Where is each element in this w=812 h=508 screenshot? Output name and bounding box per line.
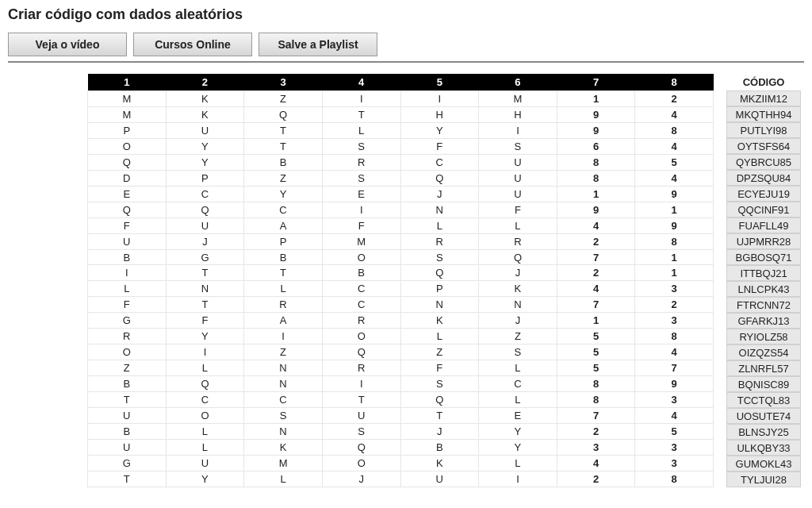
code-cell: TYLJUI28: [726, 471, 801, 487]
cell: O: [88, 344, 167, 360]
cell: F: [400, 360, 479, 376]
cell: Z: [400, 344, 479, 360]
playlist-button[interactable]: Salve a Playlist: [259, 33, 377, 56]
cell: 5: [557, 344, 635, 360]
cell: G: [166, 249, 244, 265]
cell: R: [322, 154, 400, 170]
table-row: QQCINF91: [88, 202, 714, 217]
table-row: OYTSFS64: [88, 138, 714, 154]
cell: T: [244, 138, 323, 154]
table-row: QYBRCU85: [88, 154, 714, 170]
cell: U: [88, 439, 167, 455]
cell: C: [322, 281, 400, 297]
cell: 8: [557, 376, 635, 392]
cell: Q: [88, 154, 167, 170]
cell: F: [400, 138, 479, 154]
cell: H: [400, 106, 479, 122]
table-row: ITTBQJ21: [88, 265, 714, 281]
cell: B: [244, 249, 323, 265]
cell: C: [166, 392, 244, 408]
cell: 4: [557, 455, 635, 471]
code-cell: RYIOLZ58: [726, 329, 801, 344]
cell: U: [166, 122, 244, 138]
cell: 9: [557, 202, 635, 217]
cell: B: [88, 249, 167, 265]
cell: 4: [635, 170, 714, 186]
cell: 8: [635, 122, 714, 138]
column-header-7: 7: [557, 74, 635, 91]
cell: C: [244, 202, 323, 217]
cell: U: [88, 408, 167, 424]
cell: L: [88, 281, 167, 297]
cell: 1: [635, 265, 714, 281]
cell: U: [479, 154, 557, 170]
cell: 1: [557, 313, 635, 329]
cell: A: [244, 313, 323, 329]
cell: Q: [88, 202, 167, 217]
cell: I: [322, 91, 400, 107]
cell: H: [479, 106, 557, 122]
cell: R: [322, 313, 400, 329]
cell: L: [322, 122, 400, 138]
cell: C: [479, 376, 557, 392]
cell: Z: [479, 329, 557, 344]
cell: E: [322, 186, 400, 202]
code-cell: TCCTQL83: [726, 392, 801, 408]
table-row: GUMOKL43: [88, 455, 714, 471]
column-header-1: 1: [88, 74, 167, 91]
cell: 4: [557, 217, 635, 233]
cell: 3: [635, 281, 714, 297]
cell: K: [400, 313, 479, 329]
cursos-button[interactable]: Cursos Online: [133, 33, 252, 56]
cell: 8: [635, 233, 714, 249]
video-button[interactable]: Veja o vídeo: [8, 33, 127, 56]
cell: P: [244, 233, 323, 249]
cell: Y: [166, 138, 244, 154]
table-row: ZLNRFL57: [88, 360, 714, 376]
table-row: OIZQZS54: [88, 344, 714, 360]
cell: Z: [244, 344, 323, 360]
cell: Q: [479, 249, 557, 265]
cell: K: [166, 106, 244, 122]
cell: B: [244, 154, 323, 170]
cell: P: [400, 281, 479, 297]
cell: Q: [244, 106, 323, 122]
cell: 8: [557, 170, 635, 186]
cell: U: [166, 217, 244, 233]
cell: N: [244, 360, 323, 376]
code-header: CÓDIGO: [726, 74, 801, 90]
cell: B: [322, 265, 400, 281]
code-cell: ITTBQJ21: [726, 265, 801, 281]
cell: 8: [557, 154, 635, 170]
cell: E: [88, 186, 167, 202]
page-title: Criar código com dados aleatórios: [8, 6, 804, 23]
cell: S: [322, 170, 400, 186]
cell: 2: [635, 297, 714, 313]
cell: E: [479, 408, 557, 424]
cell: T: [88, 392, 167, 408]
cell: 9: [557, 122, 635, 138]
cell: G: [88, 313, 167, 329]
cell: 8: [635, 329, 714, 344]
code-cell: ECYEJU19: [726, 186, 801, 202]
cell: 7: [557, 297, 635, 313]
cell: Q: [166, 202, 244, 217]
cell: A: [244, 217, 323, 233]
cell: T: [400, 408, 479, 424]
cell: K: [166, 91, 244, 107]
cell: S: [244, 408, 323, 424]
cell: 8: [557, 392, 635, 408]
table-row: BLNSJY25: [88, 424, 714, 440]
content-area: 12345678 MKZIIM12MKQTHH94PUTLYI98OYTSFS6…: [8, 74, 804, 487]
cell: Q: [400, 265, 479, 281]
cell: O: [322, 329, 400, 344]
cell: Q: [322, 344, 400, 360]
cell: L: [166, 360, 244, 376]
cell: Q: [166, 376, 244, 392]
code-cell: GFARKJ13: [726, 313, 801, 329]
table-row: BGBOSQ71: [88, 249, 714, 265]
cell: P: [88, 122, 167, 138]
cell: J: [400, 186, 479, 202]
cell: T: [244, 122, 323, 138]
cell: M: [88, 106, 167, 122]
